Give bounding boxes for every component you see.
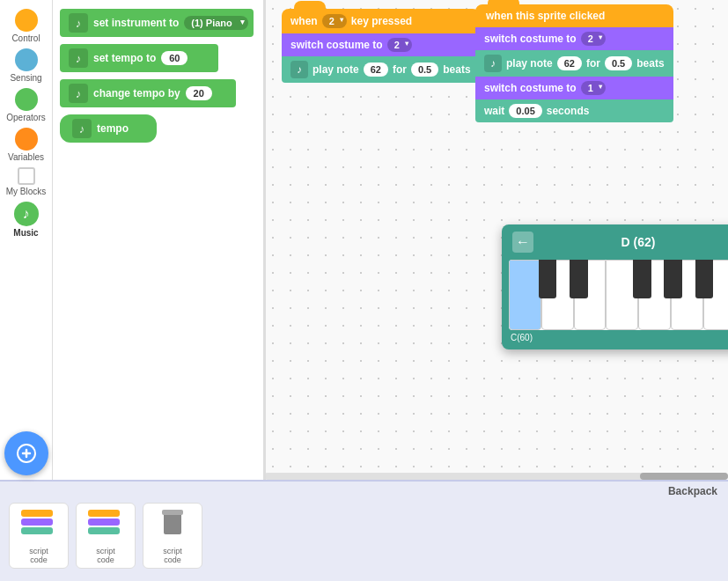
costume-dropdown-2[interactable]: 2▾	[581, 32, 606, 46]
backpack-item-3[interactable]: scriptcode	[143, 503, 202, 569]
piano-prev-button[interactable]: ←	[512, 232, 533, 253]
wait-block: wait 0.05 seconds	[475, 99, 673, 122]
wait-input[interactable]: 0.05	[509, 104, 541, 118]
block-set-instrument[interactable]: set instrument to (1) Piano	[60, 9, 254, 37]
note-duration-1[interactable]: 0.5	[411, 63, 438, 77]
switch-costume-block-3: switch costume to 1▾	[475, 77, 673, 99]
sidebar-item-music[interactable]: ♪ Music	[2, 202, 50, 238]
piano-label-left: C(60)	[511, 333, 533, 342]
block-group-2: when this sprite clicked switch costume …	[475, 4, 673, 122]
piano-black-key-1[interactable]	[539, 260, 557, 298]
variables-icon	[15, 128, 38, 151]
sidebar-item-myblocks[interactable]: My Blocks	[2, 167, 50, 196]
note-value-1[interactable]: 62	[364, 63, 388, 77]
switch-costume-block-1: switch costume to 2▾	[282, 33, 480, 56]
control-icon	[15, 9, 38, 32]
play-note-block-2: ♪ play note 62 for 0.5 beats	[475, 50, 673, 77]
music-note-icon3	[69, 84, 88, 103]
backpack-item-label-1: scriptcode	[29, 547, 48, 564]
key-dropdown[interactable]: 2▾	[322, 14, 347, 28]
sidebar-label-variables: Variables	[8, 152, 44, 162]
backpack-label: Backpack	[0, 482, 728, 499]
sidebar-label-operators: Operators	[6, 113, 45, 122]
sidebar-item-operators[interactable]: Operators	[2, 88, 50, 122]
sidebar-label-control: Control	[11, 33, 40, 43]
operators-icon	[15, 88, 38, 111]
backpack-item-label-2: scriptcode	[96, 547, 115, 564]
piano-key-c60[interactable]	[509, 260, 541, 330]
piano-black-key-3[interactable]	[633, 260, 651, 298]
hat-block-click: when this sprite clicked	[475, 4, 673, 27]
sidebar-label-sensing: Sensing	[10, 73, 41, 83]
backpack-bar: Backpack scriptcode scriptcode	[0, 480, 728, 581]
backpack-icon-1	[21, 508, 56, 543]
hat-bump-2	[488, 0, 519, 7]
switch-costume-block-2: switch costume to 2▾	[475, 27, 673, 50]
piano-black-key-5[interactable]	[695, 260, 714, 298]
sidebar-item-variables[interactable]: Variables	[2, 128, 50, 162]
h-scrollbar[interactable]	[264, 473, 728, 480]
hat-block-key: when 2▾ key pressed	[282, 9, 480, 33]
block-tempo-reporter[interactable]: tempo	[60, 114, 157, 143]
add-extensions-button[interactable]	[4, 431, 48, 475]
note-icon-1: ♪	[290, 61, 308, 78]
note-duration-2[interactable]: 0.5	[605, 56, 632, 70]
sensing-icon	[15, 48, 38, 71]
costume-dropdown-3[interactable]: 1▾	[581, 81, 606, 95]
h-scrollbar-thumb[interactable]	[640, 473, 728, 480]
block-palette: set instrument to (1) Piano set tempo to…	[53, 0, 264, 480]
sidebar-item-sensing[interactable]: Sensing	[2, 48, 50, 83]
backpack-item-2[interactable]: scriptcode	[76, 503, 136, 569]
tempo-input[interactable]: 60	[161, 51, 188, 65]
instrument-dropdown[interactable]: (1) Piano	[184, 16, 247, 30]
sidebar: Control Sensing Operators Variables My B…	[0, 0, 53, 480]
play-note-block-1: ♪ play note 62 for 0.5 beats	[282, 56, 480, 83]
myblocks-checkbox	[18, 167, 35, 185]
piano-black-key-2[interactable]	[570, 260, 588, 298]
piano-header: ← D (62) →	[509, 232, 728, 253]
piano-popup: ← D (62) → C(60) C(72	[502, 224, 728, 349]
sidebar-label-myblocks: My Blocks	[6, 187, 47, 196]
music-sidebar-icon: ♪	[14, 202, 39, 226]
palette-canvas-divider	[264, 0, 266, 480]
hat-bump	[294, 1, 326, 11]
music-note-icon2	[69, 48, 88, 68]
backpack-icon-3	[155, 508, 190, 543]
script-canvas[interactable]: when 2▾ key pressed switch costume to 2▾…	[264, 0, 728, 480]
backpack-items: scriptcode scriptcode scriptcode	[0, 499, 728, 572]
backpack-item-1[interactable]: scriptcode	[9, 503, 69, 569]
block-change-tempo[interactable]: change tempo by 20	[60, 79, 236, 107]
music-note-icon	[69, 13, 88, 33]
piano-title: D (62)	[621, 235, 656, 249]
piano-labels: C(60) C(72)	[509, 333, 728, 342]
change-tempo-input[interactable]: 20	[186, 86, 212, 100]
backpack-icon-2	[88, 508, 123, 543]
costume-dropdown-1[interactable]: 2▾	[387, 38, 412, 52]
add-extensions-icon	[16, 443, 37, 464]
note-icon-2: ♪	[484, 55, 502, 72]
sidebar-item-control[interactable]: Control	[2, 9, 50, 43]
piano-keys	[509, 260, 728, 330]
music-note-icon4	[72, 119, 92, 138]
sidebar-label-music: Music	[13, 228, 38, 238]
backpack-item-label-3: scriptcode	[163, 547, 182, 564]
block-group-1: when 2▾ key pressed switch costume to 2▾…	[282, 9, 480, 83]
block-set-tempo[interactable]: set tempo to 60	[60, 44, 218, 72]
piano-black-key-4[interactable]	[664, 260, 682, 298]
note-value-2[interactable]: 62	[557, 56, 582, 70]
